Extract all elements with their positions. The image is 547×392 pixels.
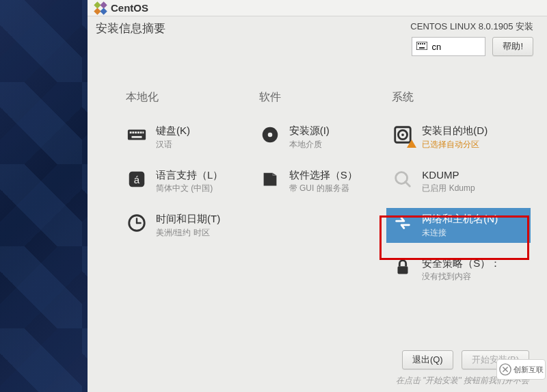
svg-rect-9 [419,47,425,49]
svg-rect-7 [422,43,423,44]
spoke-security[interactable]: 安全策略（S）： 没有找到内容 [392,257,525,283]
product-line: CENTOS LINUX 8.0.1905 安装 [410,21,533,33]
spoke-install-source[interactable]: 安装源(I) 本地介质 [259,124,392,151]
watermark-text: 创新互联 [513,365,544,375]
package-icon [259,168,281,190]
spoke-datetime[interactable]: 时间和日期(T) 美洲/纽约 时区 [126,212,259,239]
help-button[interactable]: 帮助! [492,37,533,56]
quit-button[interactable]: 退出(Q) [402,350,453,369]
svg-rect-5 [418,43,419,44]
svg-point-27 [401,133,404,136]
svg-rect-12 [132,131,134,133]
top-bar: CentOS [88,0,547,16]
svg-rect-0 [94,1,101,8]
svg-rect-16 [142,131,144,133]
svg-line-29 [405,181,410,186]
summary-hub: 本地化 键盘(K) 汉语 á 语言支持（L） [88,56,547,350]
svg-rect-13 [135,131,137,133]
spoke-sub: 未连接 [422,227,498,239]
clock-icon [126,212,148,234]
spoke-language[interactable]: á 语言支持（L） 简体中文 (中国) [126,168,259,195]
watermark-icon [499,363,511,376]
spoke-software-selection[interactable]: 软件选择（S） 带 GUI 的服务器 [259,168,392,195]
disk-icon [392,124,414,146]
spoke-sub: 已启用 Kdump [422,183,475,194]
spoke-title: 安全策略（S）： [422,257,501,270]
spoke-network[interactable]: 网络和主机名(N) 未连接 [386,208,531,243]
svg-rect-17 [132,136,142,138]
language-icon: á [126,168,148,190]
warning-icon [407,140,416,148]
col-heading-localization: 本地化 [126,90,259,105]
keyboard-icon [126,124,148,146]
footer-hint: 在点击 "开始安装" 按钮前我们并不会 [88,375,529,387]
svg-rect-14 [137,131,139,133]
centos-logo: CentOS [93,1,148,16]
spoke-sub: 已选择自动分区 [422,139,488,151]
brand-text: CentOS [111,2,148,14]
svg-rect-30 [398,266,408,274]
spoke-sub: 本地介质 [289,139,330,151]
svg-rect-11 [130,131,132,133]
network-icon [392,212,414,234]
col-heading-system: 系统 [392,90,525,105]
svg-rect-3 [100,8,107,14]
svg-rect-15 [140,131,142,133]
lock-icon [392,257,414,278]
spoke-title: 网络和主机名(N) [422,212,498,226]
spoke-title: 时间和日期(T) [156,212,220,226]
svg-text:á: á [134,173,140,185]
lang-short: cn [431,42,441,52]
svg-rect-8 [424,43,425,44]
keyboard-layout-indicator[interactable]: cn [412,37,485,56]
spoke-sub: 汉语 [156,139,190,151]
spoke-keyboard[interactable]: 键盘(K) 汉语 [126,124,259,151]
svg-rect-2 [94,8,101,14]
spoke-sub: 简体中文 (中国) [156,183,223,194]
spoke-sub: 美洲/纽约 时区 [156,227,220,239]
kdump-icon [392,168,414,190]
spoke-install-destination[interactable]: 安装目的地(D) 已选择自动分区 [392,124,525,151]
page-title: 安装信息摘要 [96,21,165,36]
col-heading-software: 软件 [259,90,392,105]
svg-rect-6 [420,43,421,44]
spoke-title: 软件选择（S） [289,168,358,182]
spoke-kdump[interactable]: KDUMP 已启用 Kdump [392,168,525,195]
svg-point-24 [267,133,272,138]
keyboard-icon [416,42,427,52]
disc-icon [259,124,281,146]
spoke-title: 语言支持（L） [156,168,223,182]
spoke-title: 安装目的地(D) [422,124,488,138]
centos-logo-icon [93,1,108,16]
svg-rect-1 [100,1,107,8]
spoke-title: 安装源(I) [289,124,330,138]
spoke-sub: 没有找到内容 [422,271,501,283]
spoke-title: KDUMP [422,168,475,182]
spoke-title: 键盘(K) [156,124,190,138]
decorative-side-panel [0,0,88,392]
watermark: 创新互联 [496,359,546,380]
svg-rect-10 [128,130,146,140]
spoke-sub: 带 GUI 的服务器 [289,183,358,194]
svg-rect-4 [416,42,427,50]
